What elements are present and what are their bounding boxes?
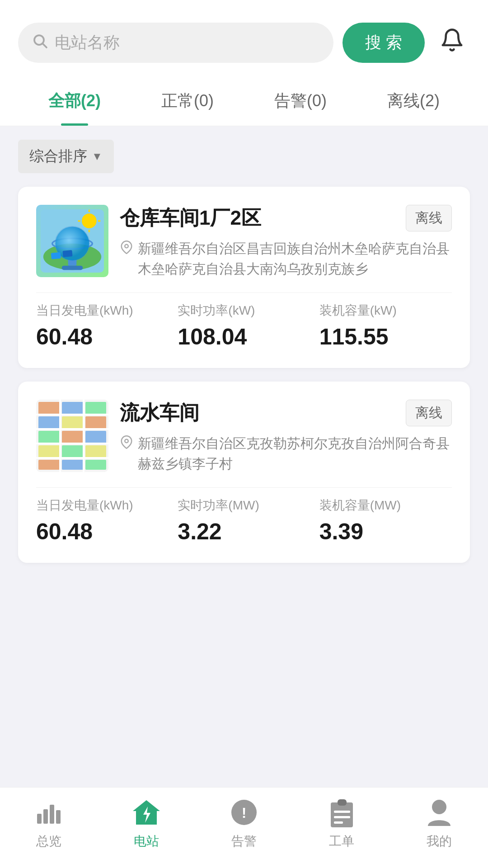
stat-value-rt-power-2: 3.22	[178, 519, 310, 545]
svg-rect-28	[62, 445, 84, 458]
location-text-2: 新疆维吾尔自治区克孜勒苏柯尔克孜自治州阿合奇县赫兹乡镇李子村	[138, 433, 452, 474]
stat-daily-gen-2: 当日发电量(kWh) 60.48	[36, 497, 169, 545]
station-image-2	[36, 400, 108, 472]
nav-label-alarm: 告警	[231, 833, 257, 850]
svg-rect-26	[85, 431, 106, 443]
search-button[interactable]: 搜 索	[343, 23, 425, 63]
cards-container: 仓库车间1厂2区 离线 新疆维吾尔自治区昌吉回族自治州木垒哈萨克自治县木垒哈萨克…	[0, 187, 488, 778]
station-name-2: 流水车间	[120, 400, 199, 425]
stat-value-inst-cap-2: 3.39	[319, 519, 452, 545]
tab-offline[interactable]: 离线(2)	[357, 76, 470, 126]
stats-row-1: 当日发电量(kWh) 60.48 实时功率(kW) 108.04 装机容量(kW…	[36, 292, 452, 350]
sort-bar: 综合排序 ▼	[0, 126, 488, 187]
svg-rect-24	[38, 431, 60, 443]
stat-value-daily-gen-1: 60.48	[36, 324, 169, 350]
location-icon-1	[120, 239, 133, 259]
tab-all[interactable]: 全部(2)	[18, 76, 131, 126]
stat-label-daily-gen-2: 当日发电量(kWh)	[36, 497, 169, 514]
stat-label-inst-cap-2: 装机容量(MW)	[319, 497, 452, 514]
app-container: 电站名称 搜 索 全部(2) 正常(0) 告警(0) 离线(2)	[0, 0, 488, 868]
svg-point-11	[82, 213, 97, 228]
stat-realtime-power-1: 实时功率(kW) 108.04	[178, 302, 310, 350]
nav-label-overview: 总览	[36, 833, 61, 850]
stat-value-daily-gen-2: 60.48	[36, 519, 169, 545]
svg-point-16	[125, 245, 128, 248]
search-placeholder-text: 电站名称	[55, 32, 120, 54]
card-location-2: 新疆维吾尔自治区克孜勒苏柯尔克孜自治州阿合奇县赫兹乡镇李子村	[120, 433, 452, 474]
stat-realtime-power-2: 实时功率(MW) 3.22	[178, 497, 310, 545]
stat-installed-cap-2: 装机容量(MW) 3.39	[319, 497, 452, 545]
stat-label-rt-power-1: 实时功率(kW)	[178, 302, 310, 319]
card-title-row-1: 仓库车间1厂2区 离线	[120, 205, 452, 231]
svg-rect-40	[37, 814, 42, 824]
svg-rect-31	[62, 460, 84, 470]
svg-rect-42	[50, 805, 54, 824]
station-card-1[interactable]: 仓库车间1厂2区 离线 新疆维吾尔自治区昌吉回族自治州木垒哈萨克自治县木垒哈萨克…	[18, 187, 470, 368]
station-image-1	[36, 205, 108, 277]
svg-rect-20	[85, 402, 106, 415]
sort-button[interactable]: 综合排序 ▼	[18, 140, 114, 173]
svg-rect-30	[38, 460, 60, 470]
stat-daily-gen-1: 当日发电量(kWh) 60.48	[36, 302, 169, 350]
nav-item-station[interactable]: 电站	[98, 797, 195, 850]
status-badge-1: 离线	[406, 205, 452, 231]
svg-rect-50	[334, 811, 350, 813]
svg-line-1	[43, 44, 47, 47]
svg-rect-5	[62, 266, 83, 270]
svg-text:!: !	[242, 805, 247, 821]
svg-rect-27	[38, 445, 60, 458]
nav-item-workorder[interactable]: 工单	[293, 797, 390, 850]
status-badge-2: 离线	[406, 400, 452, 426]
mine-icon	[423, 797, 455, 828]
alarm-icon: !	[228, 797, 260, 828]
location-text-1: 新疆维吾尔自治区昌吉回族自治州木垒哈萨克自治县木垒哈萨克自治县大南沟乌孜别克族乡	[138, 238, 452, 279]
nav-item-alarm[interactable]: ! 告警	[195, 797, 293, 850]
search-icon	[32, 33, 48, 53]
tab-normal[interactable]: 正常(0)	[131, 76, 244, 126]
svg-rect-29	[85, 445, 106, 458]
header: 电站名称 搜 索	[0, 0, 488, 76]
stat-label-rt-power-2: 实时功率(MW)	[178, 497, 310, 514]
tabs-container: 全部(2) 正常(0) 告警(0) 离线(2)	[0, 76, 488, 126]
stats-row-2: 当日发电量(kWh) 60.48 实时功率(MW) 3.22 装机容量(MW) …	[36, 487, 452, 545]
svg-rect-22	[62, 416, 84, 429]
svg-rect-25	[62, 431, 84, 443]
svg-rect-18	[38, 402, 60, 415]
nav-item-overview[interactable]: 总览	[0, 797, 98, 850]
tab-alarm[interactable]: 告警(0)	[244, 76, 357, 126]
location-icon-2	[120, 434, 133, 454]
overview-icon	[33, 797, 65, 828]
card-title-row-2: 流水车间 离线	[120, 400, 452, 426]
svg-rect-43	[56, 810, 61, 824]
stat-label-daily-gen-1: 当日发电量(kWh)	[36, 302, 169, 319]
stat-installed-cap-1: 装机容量(kW) 115.55	[319, 302, 452, 350]
stat-value-inst-cap-1: 115.55	[319, 324, 452, 350]
nav-item-mine[interactable]: 我的	[390, 797, 488, 850]
svg-rect-49	[338, 799, 347, 806]
station-name-1: 仓库车间1厂2区	[120, 205, 261, 231]
station-icon	[131, 797, 162, 828]
card-info-2: 流水车间 离线 新疆维吾尔自治区克孜勒苏柯尔克孜自治州阿合奇县赫兹乡镇李子村	[120, 400, 452, 474]
svg-rect-52	[334, 821, 343, 824]
svg-rect-21	[38, 416, 60, 429]
station-card-2[interactable]: 流水车间 离线 新疆维吾尔自治区克孜勒苏柯尔克孜自治州阿合奇县赫兹乡镇李子村	[18, 382, 470, 563]
card-header-2: 流水车间 离线 新疆维吾尔自治区克孜勒苏柯尔克孜自治州阿合奇县赫兹乡镇李子村	[36, 400, 452, 474]
stat-label-inst-cap-1: 装机容量(kW)	[319, 302, 452, 319]
svg-rect-51	[334, 816, 350, 818]
svg-point-39	[125, 439, 128, 443]
workorder-icon	[326, 797, 357, 828]
notification-button[interactable]	[434, 25, 470, 61]
svg-rect-10	[62, 250, 72, 257]
svg-point-53	[432, 800, 446, 814]
svg-rect-9	[51, 252, 61, 259]
svg-rect-41	[43, 809, 48, 824]
bell-icon	[440, 28, 465, 58]
nav-label-mine: 我的	[427, 833, 452, 850]
svg-rect-23	[85, 416, 106, 429]
svg-rect-32	[85, 460, 106, 470]
nav-label-station: 电站	[134, 833, 159, 850]
card-header-1: 仓库车间1厂2区 离线 新疆维吾尔自治区昌吉回族自治州木垒哈萨克自治县木垒哈萨克…	[36, 205, 452, 279]
svg-rect-19	[62, 402, 84, 415]
search-bar[interactable]: 电站名称	[18, 23, 333, 63]
card-location-1: 新疆维吾尔自治区昌吉回族自治州木垒哈萨克自治县木垒哈萨克自治县大南沟乌孜别克族乡	[120, 238, 452, 279]
